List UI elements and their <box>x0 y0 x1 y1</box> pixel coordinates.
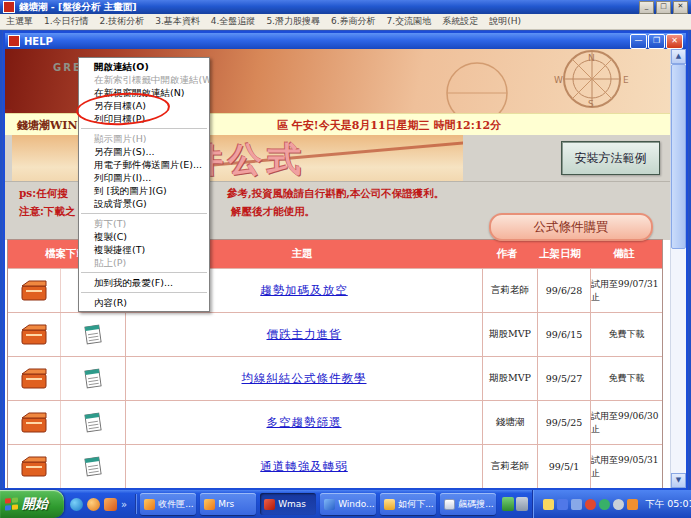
volume-icon[interactable] <box>613 499 624 510</box>
menu-community[interactable]: 7.交流園地 <box>387 15 432 28</box>
taskbar: 開始 » 收件匣... Mrs Wmas Windo... 如何下... 飆碼搜… <box>0 490 691 518</box>
task-button-mrs[interactable]: Mrs <box>200 493 256 515</box>
menu-broker[interactable]: 6.券商分析 <box>331 15 376 28</box>
topic-link[interactable]: 價跌主力進貨 <box>267 327 342 342</box>
users-icon[interactable] <box>557 499 568 510</box>
menu-item-save-target-as[interactable]: 另存目標(A) <box>79 99 209 112</box>
task-button-windows[interactable]: Windo... <box>320 493 376 515</box>
menu-item-print-target[interactable]: 列印目標(P) <box>79 112 209 125</box>
app-icon <box>264 499 275 510</box>
notepad-icon[interactable] <box>84 368 102 389</box>
new-mail-icon[interactable] <box>543 499 554 510</box>
task-button-howto[interactable]: 如何下... <box>380 493 436 515</box>
topic-link[interactable]: 趨勢加碼及放空 <box>260 283 348 298</box>
vertical-scrollbar[interactable]: ▲ ▼ <box>670 49 686 488</box>
main-menubar: 主選單 1.今日行情 2.技術分析 3.基本資料 4.全盤追蹤 5.潛力股搜尋 … <box>0 14 691 30</box>
date-cell: 99/6/28 <box>537 269 590 312</box>
menu-item-set-as-background[interactable]: 設成背景(G) <box>79 197 209 210</box>
menu-item-properties[interactable]: 內容(R) <box>79 296 209 309</box>
task-button-inbox[interactable]: 收件匣... <box>140 493 196 515</box>
menu-technical[interactable]: 2.技術分析 <box>100 15 145 28</box>
task-button-search[interactable]: 飆碼搜... <box>440 493 496 515</box>
task-button-label: 飆碼搜... <box>458 498 494 511</box>
notepad-icon[interactable] <box>84 324 102 345</box>
menu-item-go-my-pictures[interactable]: 到 [我的圖片](G) <box>79 184 209 197</box>
scroll-down-icon[interactable]: ▼ <box>671 473 686 488</box>
svg-text:W: W <box>554 75 563 85</box>
header-date: 上架日期 <box>534 247 586 261</box>
buy-formula-button[interactable]: 公式條件購買 <box>489 213 653 241</box>
menu-settings[interactable]: 系統設定 <box>442 15 478 28</box>
info-strip-brand: 錢塘潮WIN <box>17 118 78 133</box>
table-row: 均線糾結公式條件教學 期股MVP 99/5/27 免費下載 <box>8 356 662 400</box>
topic-link[interactable]: 多空趨勢篩選 <box>267 415 342 430</box>
date-cell: 99/6/15 <box>537 313 590 356</box>
topic-link[interactable]: 均線糾結公式條件教學 <box>242 371 367 386</box>
menu-item-print-picture[interactable]: 列印圖片(I)... <box>79 171 209 184</box>
menu-main[interactable]: 主選單 <box>6 15 33 28</box>
app-logo-icon <box>3 1 15 13</box>
keyboard-icon[interactable] <box>516 497 528 511</box>
ime-icon[interactable] <box>502 497 514 511</box>
main-close-button[interactable]: ✕ <box>673 1 688 14</box>
menu-fundamental[interactable]: 3.基本資料 <box>155 15 200 28</box>
folder-download-icon[interactable] <box>19 279 49 303</box>
notice-line1-right: 參考,投資風險請自行斟酌,本公司不保證獲利。 <box>227 187 444 201</box>
help-close-button[interactable]: ✕ <box>666 34 683 49</box>
svg-text:N: N <box>588 53 595 63</box>
notice-line2-left: 注意:下載之 <box>19 205 75 219</box>
menu-stock-search[interactable]: 5.潛力股搜尋 <box>266 15 320 28</box>
main-restore-button[interactable]: □ <box>656 1 671 14</box>
main-titlebar: 錢塘潮 - [盤後分析 主畫面] _ □ ✕ <box>0 0 691 14</box>
messenger-icon[interactable] <box>599 499 610 510</box>
folder-download-icon[interactable] <box>19 323 49 347</box>
mail-launcher-icon[interactable] <box>87 498 100 511</box>
topic-link[interactable]: 通道轉強及轉弱 <box>260 459 348 474</box>
note-cell: 試用至99/05/31止 <box>590 445 662 488</box>
menu-help[interactable]: 說明(H) <box>489 15 521 28</box>
document-icon <box>444 499 455 510</box>
help-minimize-button[interactable]: — <box>630 34 647 49</box>
clock[interactable]: 下午 05:01 <box>645 498 691 511</box>
menu-item-copy[interactable]: 複製(C) <box>79 230 209 243</box>
menu-item-copy-shortcut[interactable]: 複製捷徑(T) <box>79 243 209 256</box>
note-cell: 試用至99/06/30止 <box>590 401 662 444</box>
media-launcher-icon[interactable] <box>104 498 117 511</box>
scrollbar-thumb[interactable] <box>671 64 686 249</box>
menu-item-open-link-new-window[interactable]: 在新視窗開啟連結(N) <box>79 86 209 99</box>
author-cell: 期股MVP <box>482 357 537 400</box>
menu-separator <box>81 128 207 129</box>
browser-icon[interactable] <box>70 498 83 511</box>
header-note: 備註 <box>586 247 662 261</box>
notepad-icon[interactable] <box>84 412 102 433</box>
menu-item-save-picture-as[interactable]: 另存圖片(S)... <box>79 145 209 158</box>
author-cell: 言莉老師 <box>482 445 537 488</box>
install-example-button[interactable]: 安裝方法範例 <box>561 141 660 175</box>
table-row: 價跌主力進貨 期股MVP 99/6/15 免費下載 <box>8 312 662 356</box>
task-button-wmas[interactable]: Wmas <box>260 493 316 515</box>
antivirus-icon[interactable] <box>585 499 596 510</box>
folder-download-icon[interactable] <box>19 411 49 435</box>
menu-item-add-to-favorites[interactable]: 加到我的最愛(F)... <box>79 276 209 289</box>
chevron-right-icon[interactable]: » <box>121 499 127 510</box>
help-restore-button[interactable]: ❐ <box>648 34 665 49</box>
help-titlebar: HELP — ❐ ✕ <box>5 33 686 49</box>
folder-icon <box>384 499 395 510</box>
notepad-icon[interactable] <box>84 456 102 477</box>
menu-item-email-picture[interactable]: 用電子郵件傳送圖片(E)... <box>79 158 209 171</box>
network-icon[interactable] <box>571 499 582 510</box>
author-cell: 期股MVP <box>482 313 537 356</box>
menu-item-open-link[interactable]: 開啟連結(O) <box>79 60 209 73</box>
notice-line1-left: ps:任何搜 <box>19 187 68 201</box>
menu-market-track[interactable]: 4.全盤追蹤 <box>211 15 256 28</box>
task-button-label: 收件匣... <box>158 498 194 511</box>
outlook-tray-icon[interactable] <box>627 499 638 510</box>
scroll-up-icon[interactable]: ▲ <box>671 49 686 64</box>
folder-download-icon[interactable] <box>19 367 49 391</box>
start-button[interactable]: 開始 <box>0 490 64 518</box>
main-minimize-button[interactable]: _ <box>639 1 654 14</box>
task-button-label: Windo... <box>338 499 375 509</box>
folder-download-icon[interactable] <box>19 455 49 479</box>
note-cell: 免費下載 <box>590 357 662 400</box>
menu-today[interactable]: 1.今日行情 <box>44 15 89 28</box>
